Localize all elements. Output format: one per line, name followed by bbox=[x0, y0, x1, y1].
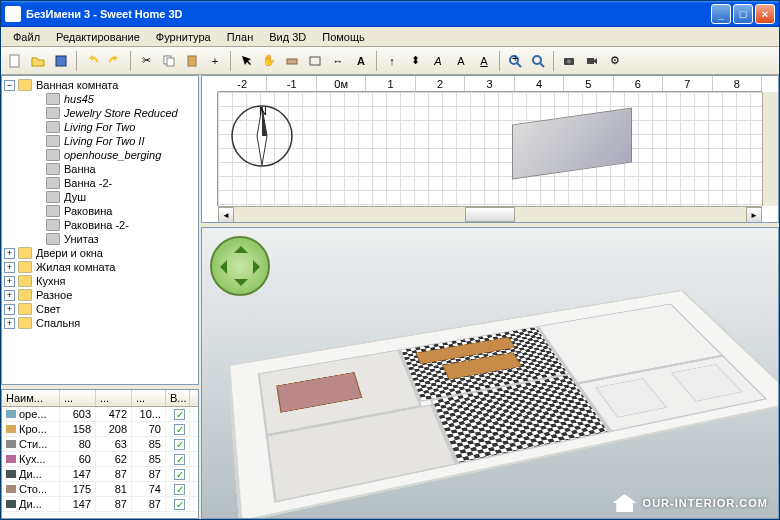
camera-icon[interactable] bbox=[558, 50, 580, 72]
nav-control[interactable] bbox=[210, 236, 270, 296]
folder-icon bbox=[18, 275, 32, 287]
expand-icon[interactable]: + bbox=[4, 290, 15, 301]
scroll-right-icon[interactable]: ► bbox=[746, 207, 762, 223]
menu-view3d[interactable]: Вид 3D bbox=[261, 29, 314, 45]
tree-item[interactable]: Jewelry Store Reduced bbox=[4, 106, 196, 120]
table-row[interactable]: Кух...606285✓ bbox=[2, 452, 198, 467]
tree-item[interactable]: Раковина -2- bbox=[4, 218, 196, 232]
text-icon[interactable]: A bbox=[350, 50, 372, 72]
item-icon bbox=[46, 219, 60, 231]
expand-icon[interactable]: + bbox=[4, 304, 15, 315]
tree-item[interactable]: hus45 bbox=[4, 92, 196, 106]
visibility-checkbox[interactable]: ✓ bbox=[174, 409, 185, 420]
zoom-in-icon[interactable]: + bbox=[504, 50, 526, 72]
col-d[interactable]: ... bbox=[96, 390, 132, 406]
tree-category[interactable]: +Свет bbox=[4, 302, 196, 316]
titlebar[interactable]: БезИмени 3 - Sweet Home 3D _ □ × bbox=[1, 1, 779, 27]
tree-category[interactable]: +Двери и окна bbox=[4, 246, 196, 260]
wall-icon[interactable] bbox=[281, 50, 303, 72]
visibility-checkbox[interactable]: ✓ bbox=[174, 424, 185, 435]
table-row[interactable]: Ди...1478787✓ bbox=[2, 497, 198, 512]
plan-view[interactable]: -2-10м12345678 N ◄ ► bbox=[201, 75, 779, 223]
text2-icon[interactable]: A bbox=[427, 50, 449, 72]
text3-icon[interactable]: A bbox=[450, 50, 472, 72]
table-row[interactable]: Ди...1478787✓ bbox=[2, 467, 198, 482]
table-row[interactable]: Сти...806385✓ bbox=[2, 437, 198, 452]
tree-item[interactable]: Унитаз bbox=[4, 232, 196, 246]
col-h[interactable]: ... bbox=[132, 390, 166, 406]
compass-icon[interactable]: N bbox=[227, 101, 297, 171]
row-icon bbox=[6, 410, 16, 418]
new-icon[interactable] bbox=[4, 50, 26, 72]
table-header[interactable]: Наим... ... ... ... В... bbox=[2, 390, 198, 407]
collapse-icon[interactable]: − bbox=[4, 80, 15, 91]
scrollbar-v[interactable] bbox=[762, 92, 778, 206]
tree-item[interactable]: Душ bbox=[4, 190, 196, 204]
plan-grid[interactable] bbox=[218, 92, 762, 206]
undo-icon[interactable] bbox=[81, 50, 103, 72]
col-w[interactable]: ... bbox=[60, 390, 96, 406]
scrollbar-h[interactable]: ◄ ► bbox=[218, 206, 762, 222]
visibility-checkbox[interactable]: ✓ bbox=[174, 499, 185, 510]
scroll-left-icon[interactable]: ◄ bbox=[218, 207, 234, 223]
expand-icon[interactable]: + bbox=[4, 318, 15, 329]
select-icon[interactable] bbox=[235, 50, 257, 72]
nav-down-icon[interactable] bbox=[234, 279, 248, 293]
menu-plan[interactable]: План bbox=[219, 29, 262, 45]
visibility-checkbox[interactable]: ✓ bbox=[174, 469, 185, 480]
nav-right-icon[interactable] bbox=[253, 260, 267, 274]
tree-category[interactable]: +Спальня bbox=[4, 316, 196, 330]
tree-item[interactable]: Ванна bbox=[4, 162, 196, 176]
redo-icon[interactable] bbox=[104, 50, 126, 72]
expand-icon[interactable]: + bbox=[4, 248, 15, 259]
scroll-thumb-h[interactable] bbox=[465, 207, 515, 222]
minimize-button[interactable]: _ bbox=[711, 4, 731, 24]
tree-item[interactable]: Living For Two II bbox=[4, 134, 196, 148]
menu-edit[interactable]: Редактирование bbox=[48, 29, 148, 45]
room-icon[interactable] bbox=[304, 50, 326, 72]
tree-item[interactable]: Ванна -2- bbox=[4, 176, 196, 190]
furniture-table[interactable]: Наим... ... ... ... В... оре...60347210.… bbox=[1, 389, 199, 519]
expand-icon[interactable]: + bbox=[4, 262, 15, 273]
menu-file[interactable]: Файл bbox=[5, 29, 48, 45]
col-v[interactable]: В... bbox=[166, 390, 190, 406]
zoom-out-icon[interactable] bbox=[527, 50, 549, 72]
tree-category[interactable]: +Разное bbox=[4, 288, 196, 302]
tree-category[interactable]: +Кухня bbox=[4, 274, 196, 288]
nav-up-icon[interactable] bbox=[234, 239, 248, 253]
row-w: 175 bbox=[60, 482, 96, 496]
menu-help[interactable]: Помощь bbox=[314, 29, 373, 45]
visibility-checkbox[interactable]: ✓ bbox=[174, 484, 185, 495]
text4-icon[interactable]: A bbox=[473, 50, 495, 72]
table-row[interactable]: оре...60347210...✓ bbox=[2, 407, 198, 422]
tree-category[interactable]: +Жилая комната bbox=[4, 260, 196, 274]
visibility-checkbox[interactable]: ✓ bbox=[174, 439, 185, 450]
tree-item[interactable]: Living For Two bbox=[4, 120, 196, 134]
add-furniture-icon[interactable]: + bbox=[204, 50, 226, 72]
view-3d[interactable]: OUR-INTERIOR.COM bbox=[201, 227, 779, 519]
tree-item[interactable]: openhouse_berging bbox=[4, 148, 196, 162]
pan-icon[interactable]: ✋ bbox=[258, 50, 280, 72]
tree-item[interactable]: Раковина bbox=[4, 204, 196, 218]
video-icon[interactable] bbox=[581, 50, 603, 72]
catalog-tree[interactable]: − Ванная комната hus45Jewelry Store Redu… bbox=[1, 75, 199, 385]
maximize-button[interactable]: □ bbox=[733, 4, 753, 24]
col-name[interactable]: Наим... bbox=[2, 390, 60, 406]
close-button[interactable]: × bbox=[755, 4, 775, 24]
compass-icon[interactable]: ↑ bbox=[381, 50, 403, 72]
level-icon[interactable]: ⬍ bbox=[404, 50, 426, 72]
prefs-icon[interactable]: ⚙ bbox=[604, 50, 626, 72]
visibility-checkbox[interactable]: ✓ bbox=[174, 454, 185, 465]
paste-icon[interactable] bbox=[181, 50, 203, 72]
save-icon[interactable] bbox=[50, 50, 72, 72]
table-row[interactable]: Кро...15820870✓ bbox=[2, 422, 198, 437]
open-icon[interactable] bbox=[27, 50, 49, 72]
dimension-icon[interactable]: ↔ bbox=[327, 50, 349, 72]
copy-icon[interactable] bbox=[158, 50, 180, 72]
menu-furniture[interactable]: Фурнитура bbox=[148, 29, 219, 45]
table-row[interactable]: Сто...1758174✓ bbox=[2, 482, 198, 497]
tree-root[interactable]: − Ванная комната bbox=[4, 78, 196, 92]
expand-icon[interactable]: + bbox=[4, 276, 15, 287]
nav-left-icon[interactable] bbox=[213, 260, 227, 274]
cut-icon[interactable]: ✂ bbox=[135, 50, 157, 72]
